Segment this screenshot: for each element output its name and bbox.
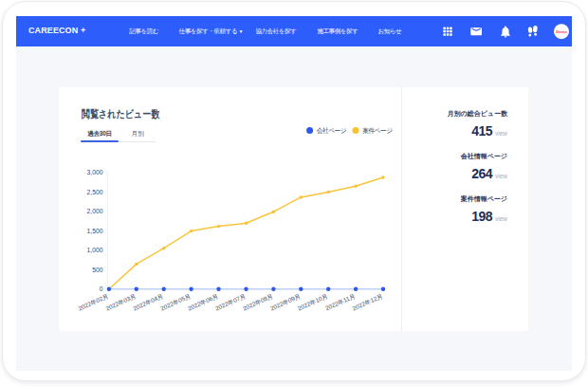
- svg-text:2022年07月: 2022年07月: [214, 292, 247, 312]
- svg-text:2022年04月: 2022年04月: [132, 292, 164, 312]
- svg-text:会社ページ: 会社ページ: [317, 127, 347, 134]
- svg-text:2022年10月: 2022年10月: [297, 292, 329, 312]
- svg-text:500: 500: [92, 266, 103, 272]
- svg-text:Demo: Demo: [556, 29, 567, 34]
- svg-text:2,500: 2,500: [86, 188, 102, 194]
- svg-text:1,000: 1,000: [86, 247, 102, 253]
- svg-text:2022年03月: 2022年03月: [104, 292, 137, 312]
- svg-text:0: 0: [100, 286, 103, 292]
- svg-text:2022年08月: 2022年08月: [242, 292, 274, 312]
- svg-text:2022年02月: 2022年02月: [77, 292, 109, 312]
- svg-text:3,000: 3,000: [86, 169, 102, 175]
- svg-text:2022年06月: 2022年06月: [187, 292, 219, 312]
- svg-text:2022年11月: 2022年11月: [324, 292, 357, 312]
- svg-text:2022年05月: 2022年05月: [159, 292, 192, 312]
- svg-text:2,000: 2,000: [86, 208, 102, 214]
- svg-text:2022年09月: 2022年09月: [269, 292, 302, 312]
- svg-text:1,500: 1,500: [86, 227, 102, 233]
- svg-text:案件ページ: 案件ページ: [362, 127, 393, 134]
- svg-text:2022年12月: 2022年12月: [351, 292, 383, 312]
